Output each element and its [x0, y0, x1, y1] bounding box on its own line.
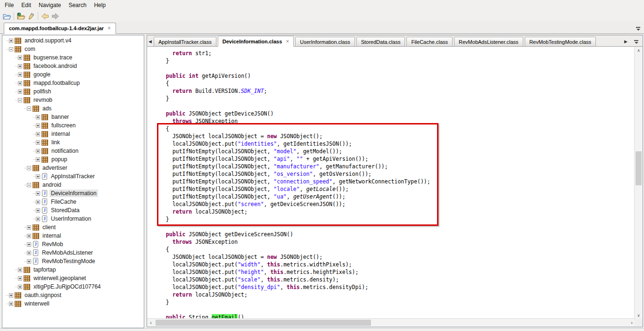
- tree-item-xltigPpE.JuRjpOCd107764[interactable]: +xltigPpE.JuRjpOCd107764: [2, 282, 144, 291]
- tree-item-tapfortap[interactable]: +tapfortap: [2, 265, 144, 274]
- scroll-left-icon[interactable]: ‹: [147, 319, 155, 327]
- tree-item-advertiser[interactable]: -advertiser: [2, 164, 144, 172]
- code-line: return localJSONObject;: [159, 291, 430, 298]
- tab-StoredData.class[interactable]: StoredData.class: [356, 37, 405, 46]
- tree-item-google[interactable]: +google: [2, 70, 144, 79]
- back-icon[interactable]: [40, 11, 50, 21]
- close-tab-icon[interactable]: ×: [107, 26, 111, 31]
- tree-item-pollfish[interactable]: +pollfish: [2, 87, 144, 96]
- menu-navigate[interactable]: Navigate: [35, 1, 65, 9]
- tree-item-UserInformation[interactable]: +JUserInformation: [2, 215, 144, 223]
- menu-edit[interactable]: Edit: [17, 1, 35, 9]
- tab-list-icon[interactable]: [636, 27, 640, 31]
- expand-icon[interactable]: +: [36, 217, 40, 221]
- scroll-up-icon[interactable]: ∧: [635, 47, 643, 54]
- status-strip: [0, 328, 644, 331]
- expand-icon[interactable]: +: [36, 200, 40, 204]
- expand-icon[interactable]: +: [36, 149, 40, 153]
- tree-item-StoredData[interactable]: +JStoredData: [2, 206, 144, 215]
- expand-icon[interactable]: +: [27, 225, 31, 230]
- scroll-tabs-left-icon[interactable]: ◀: [149, 39, 152, 44]
- menu-file[interactable]: File: [1, 1, 17, 9]
- expand-icon[interactable]: +: [18, 285, 22, 289]
- expand-icon[interactable]: +: [36, 191, 40, 196]
- tree-item-bugsense.trace[interactable]: +bugsense.trace: [2, 53, 144, 62]
- tree-item-ads[interactable]: -ads: [2, 104, 144, 113]
- forward-icon[interactable]: [50, 11, 60, 21]
- tree-guide: [24, 227, 26, 228]
- package-tree: +android.support.v4-com+bugsense.trace+f…: [2, 35, 144, 308]
- expand-icon[interactable]: +: [36, 157, 40, 162]
- tab-UserInformation.class[interactable]: UserInformation.class: [295, 37, 355, 46]
- horizontal-scrollbar[interactable]: ‹ ›: [147, 318, 636, 327]
- expand-icon[interactable]: +: [9, 39, 13, 43]
- vertical-scrollbar-thumb[interactable]: [636, 151, 642, 185]
- expand-icon[interactable]: +: [18, 90, 22, 94]
- tree-item-RevMobTestingMode[interactable]: +JRevMobTestingMode: [2, 257, 144, 265]
- tree-item-internal[interactable]: +internal: [2, 232, 144, 240]
- expand-icon[interactable]: +: [18, 276, 22, 281]
- scroll-down-icon[interactable]: ∨: [635, 312, 643, 319]
- expand-icon[interactable]: +: [36, 208, 40, 213]
- expand-icon[interactable]: +: [36, 124, 40, 128]
- tree-item-banner[interactable]: +banner: [2, 113, 144, 121]
- menu-help[interactable]: Help: [90, 1, 109, 9]
- collapse-icon[interactable]: -: [27, 166, 31, 170]
- expand-icon[interactable]: +: [36, 115, 40, 119]
- collapse-icon[interactable]: -: [27, 107, 31, 111]
- expand-icon[interactable]: +: [27, 234, 31, 238]
- tree-item-winterwell[interactable]: +winterwell: [2, 299, 144, 308]
- expand-icon[interactable]: +: [18, 73, 22, 77]
- tree-item-link[interactable]: +link: [2, 138, 144, 147]
- expand-icon[interactable]: +: [36, 174, 40, 179]
- tree-item-internal[interactable]: +internal: [2, 130, 144, 138]
- tab-AppInstallTracker.class[interactable]: AppInstallTracker.class: [154, 37, 216, 46]
- expand-icon[interactable]: +: [18, 56, 22, 60]
- vertical-scrollbar[interactable]: ∧ ∨: [634, 47, 643, 319]
- tab-DeviceInformation.class[interactable]: DeviceInformation.class×: [218, 36, 294, 47]
- tree-item-client[interactable]: +client: [2, 223, 144, 232]
- tree-item-android[interactable]: -android: [2, 181, 144, 189]
- expand-icon[interactable]: +: [18, 268, 22, 272]
- open-type-icon[interactable]: [16, 11, 26, 21]
- expand-icon[interactable]: +: [9, 302, 13, 306]
- tab-RevMobAdsListener.class[interactable]: RevMobAdsListener.class: [454, 37, 523, 46]
- tree-item-winterwell.jgeoplanet[interactable]: +winterwell.jgeoplanet: [2, 274, 144, 282]
- horizontal-scrollbar-thumb[interactable]: [156, 320, 371, 326]
- tree-item-fullscreen[interactable]: +fullscreen: [2, 121, 144, 130]
- tree-item-popup[interactable]: +popup: [2, 155, 144, 164]
- expand-icon[interactable]: +: [18, 81, 22, 85]
- open-file-icon[interactable]: [2, 11, 12, 21]
- tree-item-RevMobAdsListener[interactable]: +JRevMobAdsListener: [2, 248, 144, 257]
- tree-item-RevMob[interactable]: +JRevMob: [2, 240, 144, 248]
- tree-item-facebook.android[interactable]: +facebook.android: [2, 62, 144, 70]
- tree-item-DeviceInformation[interactable]: +JDeviceInformation: [2, 189, 144, 198]
- package-icon: [33, 233, 39, 239]
- scroll-tabs-right-icon[interactable]: ▶: [624, 39, 627, 44]
- tree-item-mappd.footballcup[interactable]: +mappd.footballcup: [2, 79, 144, 87]
- tab-RevMobTestingMode.class[interactable]: RevMobTestingMode.class: [525, 37, 596, 46]
- search-icon[interactable]: [26, 11, 36, 21]
- close-tab-icon[interactable]: ×: [286, 39, 289, 44]
- collapse-icon[interactable]: -: [9, 47, 13, 51]
- expand-icon[interactable]: +: [27, 251, 31, 255]
- collapse-icon[interactable]: -: [18, 98, 22, 102]
- tab-list-icon[interactable]: [634, 40, 638, 44]
- tree-item-com[interactable]: -com: [2, 45, 144, 53]
- expand-icon[interactable]: +: [36, 141, 40, 145]
- expand-icon[interactable]: +: [27, 242, 31, 247]
- expand-icon[interactable]: +: [9, 293, 13, 298]
- tree-item-FileCache[interactable]: +JFileCache: [2, 198, 144, 206]
- expand-icon[interactable]: +: [36, 132, 40, 136]
- tree-item-AppInstallTracker[interactable]: +JAppInstallTracker: [2, 172, 144, 181]
- tree-item-notification[interactable]: +notification: [2, 147, 144, 155]
- tree-item-revmob[interactable]: -revmob: [2, 96, 144, 104]
- menu-search[interactable]: Search: [65, 1, 90, 9]
- collapse-icon[interactable]: -: [27, 183, 31, 187]
- expand-icon[interactable]: +: [27, 259, 31, 264]
- tree-item-oauth.signpost[interactable]: +oauth.signpost: [2, 291, 144, 299]
- tab-com.mappd.footballcup-1.4-dex2jar.jar[interactable]: com.mappd.footballcup-1.4-dex2jar.jar×: [4, 23, 116, 34]
- tree-item-android.support.v4[interactable]: +android.support.v4: [2, 36, 144, 45]
- tab-FileCache.class[interactable]: FileCache.class: [406, 37, 453, 46]
- expand-icon[interactable]: +: [18, 64, 22, 68]
